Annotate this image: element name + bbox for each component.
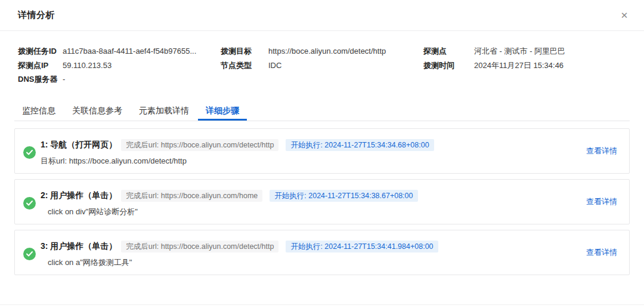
- target-value: https://boce.aliyun.com/detect/http: [268, 44, 386, 58]
- finish-url-badge: 完成后url: https://boce.aliyun.com/home: [121, 190, 262, 202]
- dns-server-label: DNS服务器: [18, 72, 63, 87]
- step-headline: 3: 用户操作（单击） 完成后url: https://boce.aliyun.…: [41, 241, 558, 253]
- dialog-header: 详情分析 ✕: [0, 0, 644, 31]
- dns-server-value: -: [63, 72, 65, 87]
- step-card-3: 3: 用户操作（单击） 完成后url: https://boce.aliyun.…: [14, 230, 630, 275]
- tab-related-info[interactable]: 关联信息参考: [64, 102, 130, 121]
- tab-detailed-steps[interactable]: 详细步骤: [198, 102, 247, 121]
- task-info-grid: 拨测任务ID a11c7baa-8aaf-4411-aef4-f54b97655…: [14, 44, 630, 87]
- info-column-2: 拨测目标 https://boce.aliyun.com/detect/http…: [221, 44, 423, 87]
- probe-ip-label: 探测点IP: [18, 58, 63, 73]
- info-row-dial-time: 拨测时间 2024年11月27日 15:34:46: [423, 58, 630, 73]
- info-row-node-type: 节点类型 IDC: [221, 58, 423, 73]
- start-time-badge: 开始执行: 2024-11-27T15:34:38.67+08:00: [270, 190, 417, 202]
- info-row-probe-point: 探测点 河北省 - 测试市 - 阿里巴巴: [423, 44, 630, 58]
- info-column-3: 探测点 河北省 - 测试市 - 阿里巴巴 拨测时间 2024年11月27日 15…: [423, 44, 630, 87]
- node-type-label: 节点类型: [221, 58, 268, 73]
- tab-element-load-detail[interactable]: 元素加载详情: [131, 102, 197, 121]
- target-label: 拨测目标: [221, 44, 268, 58]
- close-icon[interactable]: ✕: [617, 8, 632, 23]
- step-list: 1: 导航（打开网页） 完成后url: https://boce.aliyun.…: [14, 128, 630, 275]
- step-detail-text: click on div"网站诊断分析": [48, 207, 558, 217]
- info-row-target: 拨测目标 https://boce.aliyun.com/detect/http: [221, 44, 423, 58]
- node-type-value: IDC: [268, 58, 281, 73]
- step-card-1: 1: 导航（打开网页） 完成后url: https://boce.aliyun.…: [14, 128, 630, 174]
- step-card-2: 2: 用户操作（单击） 完成后url: https://boce.aliyun.…: [14, 179, 630, 224]
- step-detail-text: 目标url: https://boce.aliyun.com/detect/ht…: [41, 156, 558, 167]
- success-check-icon: [23, 146, 36, 159]
- bottom-divider: [0, 304, 644, 305]
- dialog-title: 详情分析: [18, 10, 55, 21]
- info-row-dns-server: DNS服务器 -: [18, 72, 221, 87]
- info-column-1: 拨测任务ID a11c7baa-8aaf-4411-aef4-f54b97655…: [18, 44, 221, 87]
- step-headline: 1: 导航（打开网页） 完成后url: https://boce.aliyun.…: [41, 139, 558, 152]
- view-detail-link[interactable]: 查看详情: [586, 247, 617, 258]
- step-title: 3: 用户操作（单击）: [41, 241, 117, 252]
- step-detail-text: click on a"网络拨测工具": [48, 257, 558, 268]
- dial-time-value: 2024年11月27日 15:34:46: [474, 58, 564, 73]
- task-id-label: 拨测任务ID: [18, 44, 63, 58]
- dial-time-label: 拨测时间: [423, 58, 474, 73]
- start-time-badge: 开始执行: 2024-11-27T15:34:41.984+08:00: [286, 241, 438, 252]
- finish-url-badge: 完成后url: https://boce.aliyun.com/detect/h…: [121, 139, 278, 151]
- view-detail-link[interactable]: 查看详情: [586, 196, 617, 207]
- finish-url-badge: 完成后url: https://boce.aliyun.com/detect/h…: [121, 241, 278, 252]
- start-time-badge: 开始执行: 2024-11-27T15:34:34.68+08:00: [286, 139, 434, 151]
- info-row-task-id: 拨测任务ID a11c7baa-8aaf-4411-aef4-f54b97655…: [18, 44, 221, 58]
- dialog-body: 拨测任务ID a11c7baa-8aaf-4411-aef4-f54b97655…: [0, 44, 644, 275]
- tab-bar: 监控信息 关联信息参考 元素加载详情 详细步骤: [14, 102, 630, 121]
- success-check-icon: [23, 197, 36, 210]
- step-title: 1: 导航（打开网页）: [41, 140, 117, 150]
- view-detail-link[interactable]: 查看详情: [586, 146, 617, 156]
- step-headline: 2: 用户操作（单击） 完成后url: https://boce.aliyun.…: [41, 190, 558, 202]
- success-check-icon: [23, 248, 36, 260]
- task-id-value: a11c7baa-8aaf-4411-aef4-f54b97655...: [63, 44, 196, 58]
- probe-point-value: 河北省 - 测试市 - 阿里巴巴: [474, 44, 565, 58]
- probe-point-label: 探测点: [423, 44, 474, 58]
- info-row-probe-ip: 探测点IP 59.110.213.53: [18, 58, 221, 73]
- tab-monitoring-info[interactable]: 监控信息: [14, 102, 63, 121]
- probe-ip-value: 59.110.213.53: [63, 58, 112, 73]
- step-title: 2: 用户操作（单击）: [41, 190, 117, 201]
